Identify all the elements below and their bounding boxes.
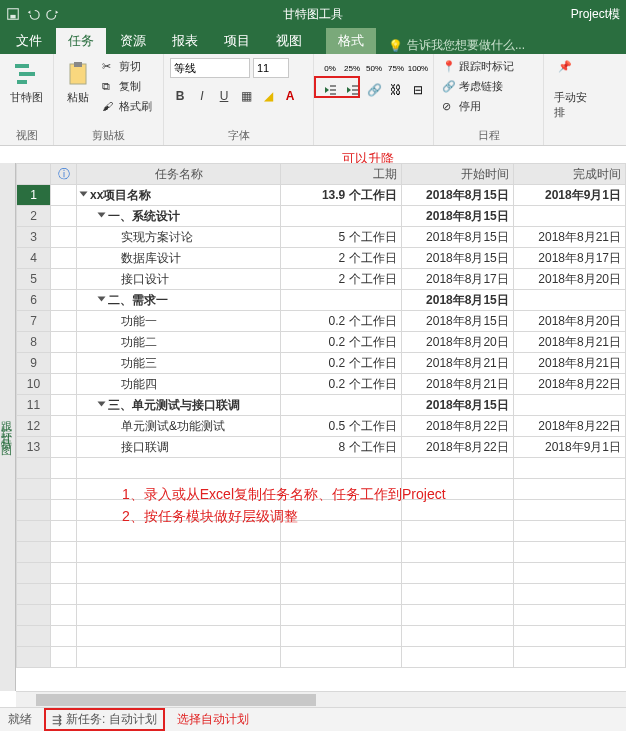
duration-cell[interactable]: 0.5 个工作日 xyxy=(281,416,401,437)
finish-cell[interactable]: 2018年9月1日 xyxy=(513,185,625,206)
task-name-cell[interactable]: xx项目名称 xyxy=(77,185,281,206)
gantt-chart-button[interactable]: 甘特图 xyxy=(6,58,47,107)
table-row[interactable] xyxy=(17,647,626,668)
col-info[interactable]: ⓘ xyxy=(51,164,77,185)
pct-0-button[interactable]: 0% xyxy=(320,58,340,78)
task-name-cell[interactable]: 单元测试&功能测试 xyxy=(77,416,281,437)
save-icon[interactable] xyxy=(6,7,20,21)
start-cell[interactable]: 2018年8月15日 xyxy=(401,185,513,206)
font-name-select[interactable] xyxy=(170,58,250,78)
duration-cell[interactable]: 0.2 个工作日 xyxy=(281,353,401,374)
outdent-button[interactable] xyxy=(320,80,340,100)
redo-icon[interactable] xyxy=(46,7,60,21)
start-cell[interactable]: 2018年8月15日 xyxy=(401,206,513,227)
bold-button[interactable]: B xyxy=(170,86,190,106)
duration-cell[interactable] xyxy=(281,206,401,227)
format-painter-button[interactable]: 🖌格式刷 xyxy=(100,98,154,115)
col-finish[interactable]: 完成时间 xyxy=(513,164,625,185)
task-name-cell[interactable]: 数据库设计 xyxy=(77,248,281,269)
info-cell[interactable] xyxy=(51,437,77,458)
split-button[interactable]: ⊟ xyxy=(408,80,428,100)
table-row[interactable] xyxy=(17,458,626,479)
border-button[interactable]: ▦ xyxy=(236,86,256,106)
finish-cell[interactable]: 2018年9月1日 xyxy=(513,437,625,458)
start-cell[interactable]: 2018年8月15日 xyxy=(401,395,513,416)
horizontal-scrollbar[interactable] xyxy=(16,691,626,707)
task-grid[interactable]: ⓘ 任务名称 工期 开始时间 完成时间 1xx项目名称13.9 个工作日2018… xyxy=(16,163,626,691)
tab-file[interactable]: 文件 xyxy=(4,28,54,54)
finish-cell[interactable]: 2018年8月21日 xyxy=(513,353,625,374)
start-cell[interactable]: 2018年8月15日 xyxy=(401,290,513,311)
info-cell[interactable] xyxy=(51,269,77,290)
col-start[interactable]: 开始时间 xyxy=(401,164,513,185)
tell-me[interactable]: 💡 告诉我您想要做什么... xyxy=(378,37,535,54)
cut-button[interactable]: ✂剪切 xyxy=(100,58,154,75)
info-cell[interactable] xyxy=(51,353,77,374)
finish-cell[interactable] xyxy=(513,206,625,227)
finish-cell[interactable]: 2018年8月20日 xyxy=(513,269,625,290)
task-name-cell[interactable]: 一、系统设计 xyxy=(77,206,281,227)
row-number[interactable]: 7 xyxy=(17,311,51,332)
info-cell[interactable] xyxy=(51,374,77,395)
table-row[interactable]: 13接口联调8 个工作日2018年8月22日2018年9月1日 xyxy=(17,437,626,458)
table-row[interactable]: 7功能一0.2 个工作日2018年8月15日2018年8月20日 xyxy=(17,311,626,332)
row-number[interactable]: 1 xyxy=(17,185,51,206)
row-number[interactable]: 9 xyxy=(17,353,51,374)
row-number[interactable]: 11 xyxy=(17,395,51,416)
info-cell[interactable] xyxy=(51,311,77,332)
table-row[interactable]: 1xx项目名称13.9 个工作日2018年8月15日2018年9月1日 xyxy=(17,185,626,206)
task-name-cell[interactable]: 接口设计 xyxy=(77,269,281,290)
pct-50-button[interactable]: 50% xyxy=(364,58,384,78)
mark-on-track-button[interactable]: 📍跟踪时标记 xyxy=(440,58,516,75)
view-side-label[interactable]: 跟踪甘特图 xyxy=(0,163,16,691)
table-row[interactable] xyxy=(17,605,626,626)
table-row[interactable]: 10功能四0.2 个工作日2018年8月21日2018年8月22日 xyxy=(17,374,626,395)
fill-color-button[interactable]: ◢ xyxy=(258,86,278,106)
table-row[interactable]: 6二、需求一2018年8月15日 xyxy=(17,290,626,311)
row-number[interactable]: 8 xyxy=(17,332,51,353)
task-name-cell[interactable]: 功能四 xyxy=(77,374,281,395)
pct-25-button[interactable]: 25% xyxy=(342,58,362,78)
info-cell[interactable] xyxy=(51,290,77,311)
info-cell[interactable] xyxy=(51,416,77,437)
finish-cell[interactable]: 2018年8月17日 xyxy=(513,248,625,269)
duration-cell[interactable]: 0.2 个工作日 xyxy=(281,332,401,353)
col-task-name[interactable]: 任务名称 xyxy=(77,164,281,185)
task-name-cell[interactable]: 接口联调 xyxy=(77,437,281,458)
start-cell[interactable]: 2018年8月15日 xyxy=(401,227,513,248)
info-cell[interactable] xyxy=(51,227,77,248)
info-cell[interactable] xyxy=(51,332,77,353)
duration-cell[interactable]: 0.2 个工作日 xyxy=(281,311,401,332)
table-row[interactable] xyxy=(17,563,626,584)
row-number[interactable]: 12 xyxy=(17,416,51,437)
info-cell[interactable] xyxy=(51,185,77,206)
start-cell[interactable]: 2018年8月20日 xyxy=(401,332,513,353)
table-row[interactable]: 8功能二0.2 个工作日2018年8月20日2018年8月21日 xyxy=(17,332,626,353)
col-rownum[interactable] xyxy=(17,164,51,185)
table-row[interactable]: 5接口设计2 个工作日2018年8月17日2018年8月20日 xyxy=(17,269,626,290)
info-cell[interactable] xyxy=(51,206,77,227)
table-row[interactable]: 9功能三0.2 个工作日2018年8月21日2018年8月21日 xyxy=(17,353,626,374)
finish-cell[interactable]: 2018年8月22日 xyxy=(513,374,625,395)
duration-cell[interactable]: 5 个工作日 xyxy=(281,227,401,248)
start-cell[interactable]: 2018年8月15日 xyxy=(401,248,513,269)
start-cell[interactable]: 2018年8月21日 xyxy=(401,353,513,374)
row-number[interactable]: 10 xyxy=(17,374,51,395)
task-name-cell[interactable]: 功能二 xyxy=(77,332,281,353)
row-number[interactable]: 13 xyxy=(17,437,51,458)
undo-icon[interactable] xyxy=(26,7,40,21)
tab-format[interactable]: 格式 xyxy=(326,28,376,54)
tab-resource[interactable]: 资源 xyxy=(108,28,158,54)
pct-75-button[interactable]: 75% xyxy=(386,58,406,78)
row-number[interactable]: 4 xyxy=(17,248,51,269)
duration-cell[interactable]: 2 个工作日 xyxy=(281,248,401,269)
font-size-select[interactable] xyxy=(253,58,289,78)
table-row[interactable]: 11三、单元测试与接口联调2018年8月15日 xyxy=(17,395,626,416)
tab-view[interactable]: 视图 xyxy=(264,28,314,54)
start-cell[interactable]: 2018年8月21日 xyxy=(401,374,513,395)
paste-button[interactable]: 粘贴 xyxy=(60,58,96,107)
pct-100-button[interactable]: 100% xyxy=(408,58,428,78)
start-cell[interactable]: 2018年8月22日 xyxy=(401,437,513,458)
task-name-cell[interactable]: 实现方案讨论 xyxy=(77,227,281,248)
deactivate-button[interactable]: ⊘停用 xyxy=(440,98,483,115)
